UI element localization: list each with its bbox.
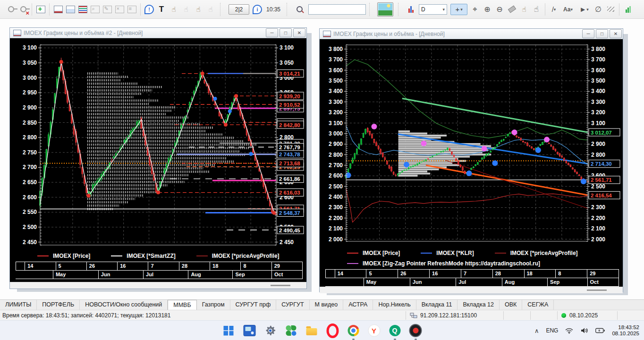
close-button[interactable]: ✕ (293, 28, 305, 37)
wifi-icon[interactable] (565, 327, 573, 334)
search-button[interactable] (293, 3, 305, 16)
svg-text:2 842,80: 2 842,80 (279, 122, 300, 128)
toolbar-grip (220, 3, 223, 16)
search-input[interactable] (308, 4, 366, 15)
svg-text:2 400: 2 400 (329, 194, 343, 200)
paint-app-icon (243, 325, 255, 336)
date-cell: 16 (117, 262, 148, 270)
zoom-in-button[interactable]: ⊕ (481, 3, 493, 16)
window-close-button[interactable] (113, 3, 126, 16)
scrollbar-thumb[interactable] (271, 285, 290, 286)
hand-tool-4-button[interactable]: ☝ (204, 3, 217, 16)
window-props-button[interactable] (126, 3, 138, 16)
workspace-tab-нор.никель[interactable]: Нор.Никель (373, 300, 416, 310)
scrollbar-thumb[interactable] (587, 289, 607, 291)
hide-drawings-button[interactable]: ∅ (592, 3, 604, 16)
info-button[interactable]: i (251, 3, 263, 16)
taskbar-app-quik[interactable]: Q (389, 324, 401, 337)
window-title-bar[interactable]: IMOEX График цены и объёма #2 - [Дневной… (10, 28, 306, 38)
crosshair-plus-button[interactable]: +▾ (450, 4, 467, 15)
maximize-button[interactable]: □ (280, 28, 292, 37)
workspace-tab-вкладка-12[interactable]: Вкладка 12 (458, 300, 500, 310)
interval-select[interactable]: D▾ (419, 4, 447, 15)
horizontal-scrollbar[interactable] (10, 282, 306, 289)
volume-bars-button[interactable] (622, 3, 634, 16)
chart-icon (54, 6, 63, 13)
svg-text:2 000: 2 000 (329, 236, 343, 243)
text-tool-button[interactable]: Aa▾ (560, 3, 576, 16)
window-title-bar[interactable]: IMOEX График цены и объёма - [Дневной] ─… (320, 29, 623, 39)
yandex-browser-icon: Y (368, 324, 380, 337)
close-button[interactable]: ✕ (610, 29, 622, 38)
legend-item: IMOEX [*KLR] (421, 250, 474, 256)
speaker-icon[interactable] (580, 327, 588, 334)
hand-tool-2-button[interactable]: ☝ (180, 3, 192, 16)
legend-item: IMOEX [Zig-Zag Pointer RefreshMode https… (347, 260, 540, 267)
workspace-tab-bar: ЛИМИТЫПОРТФЕЛЬНОВОСТИ/Окно сообщенийММВБ… (0, 299, 644, 310)
workspace-tab-ммвб[interactable]: ММВБ (168, 300, 196, 310)
taskbar-app-office[interactable] (285, 324, 297, 337)
window-search-button[interactable] (89, 3, 101, 16)
taskbar-app-paint[interactable] (243, 324, 256, 337)
workspace-tab-овк[interactable]: ОВК (500, 300, 522, 310)
taskbar-clock[interactable]: 18:43:52 08.10.2025 (612, 324, 639, 337)
workspace-tab-сургут[interactable]: СУРГУТ (276, 300, 309, 310)
pan-hand-button[interactable]: ☝ (530, 3, 542, 16)
legend-item: IMOEX [*priceAvgProfile] (495, 250, 578, 256)
pointer-hand-button[interactable]: ☝ (518, 3, 530, 16)
key-icon (8, 6, 14, 12)
connect-key-icon[interactable] (5, 3, 17, 16)
workspace-tab-вкладка-11[interactable]: Вкладка 11 (416, 300, 458, 310)
move-tool-button[interactable]: ⌖ (469, 3, 481, 16)
workspace-tab-сегжа[interactable]: СЕГЖА (522, 300, 554, 310)
histogram-button[interactable] (405, 3, 417, 16)
window-edit-button[interactable] (101, 3, 113, 16)
workspace-tab-новости-окно-сообщений[interactable]: НОВОСТИ/Окно сообщений (80, 300, 168, 310)
horizontal-scrollbar[interactable] (320, 287, 623, 293)
alert-button[interactable]: ! (143, 3, 155, 16)
chart-image-button[interactable] (64, 3, 76, 16)
taskbar-app-start[interactable] (222, 324, 235, 337)
workspace-tab-газпром[interactable]: Газпром (197, 300, 230, 310)
date-stub (16, 262, 25, 270)
hand-tool-1-button[interactable]: ☝ (168, 3, 180, 16)
image-gallery-button[interactable] (376, 3, 395, 16)
eraser-button[interactable] (506, 3, 518, 16)
zoom-out-button[interactable]: ⊖ (493, 3, 506, 16)
workspace-tab-сургут-прф[interactable]: СУРГУТ прф (230, 300, 277, 310)
workspace-tab-лимиты[interactable]: ЛИМИТЫ (0, 300, 37, 310)
taskbar-app-settings[interactable] (264, 324, 277, 337)
disconnect-key-icon[interactable] (17, 3, 29, 16)
alert-balloon-icon: ! (144, 5, 154, 14)
right-chart-canvas[interactable]: 2 0002 0002 1002 1002 2002 2002 3002 300… (321, 39, 622, 247)
pages-indicator[interactable]: 2|2 (229, 4, 249, 15)
language-indicator[interactable]: ENG (546, 327, 558, 334)
text-label-button[interactable]: T (155, 3, 168, 16)
workspace-tab-астра[interactable]: АСТРА (343, 300, 373, 310)
minimize-button[interactable]: ─ (266, 28, 278, 37)
left-chart-canvas[interactable]: 2 4502 4502 5002 5002 5502 5502 6002 600… (11, 38, 305, 250)
legend-dash-icon (111, 255, 122, 256)
svg-text:2 800: 2 800 (23, 134, 37, 141)
battery-icon[interactable] (595, 328, 605, 333)
layers-button[interactable] (604, 3, 617, 16)
maximize-button[interactable]: □ (596, 29, 608, 38)
taskbar-app-explorer[interactable] (305, 324, 318, 337)
quotes-table-button[interactable] (76, 3, 89, 16)
taskbar-app-recorder[interactable] (409, 324, 422, 337)
chevron-down-icon: ▾ (586, 7, 589, 12)
date-cell: 26 (398, 270, 429, 278)
taskbar-app-yandex[interactable]: Y (368, 324, 381, 337)
workspace-tab-портфель[interactable]: ПОРТФЕЛЬ (37, 300, 80, 310)
tray-chevron-icon[interactable]: ∧ (534, 327, 539, 334)
hand-tool-3-button[interactable]: ☝ (192, 3, 204, 16)
minimize-button[interactable]: ─ (582, 29, 594, 38)
marker-tool-button[interactable]: ►▾ (576, 3, 592, 16)
new-window-button[interactable] (34, 3, 47, 16)
chart-window-button[interactable] (52, 3, 64, 16)
line-tool-button[interactable]: /▾ (548, 3, 560, 16)
taskbar-app-chrome[interactable] (347, 324, 360, 337)
status-cell (503, 311, 530, 320)
taskbar-app-opera[interactable] (326, 324, 339, 337)
workspace-tab-м-видео[interactable]: М видео (310, 300, 344, 310)
